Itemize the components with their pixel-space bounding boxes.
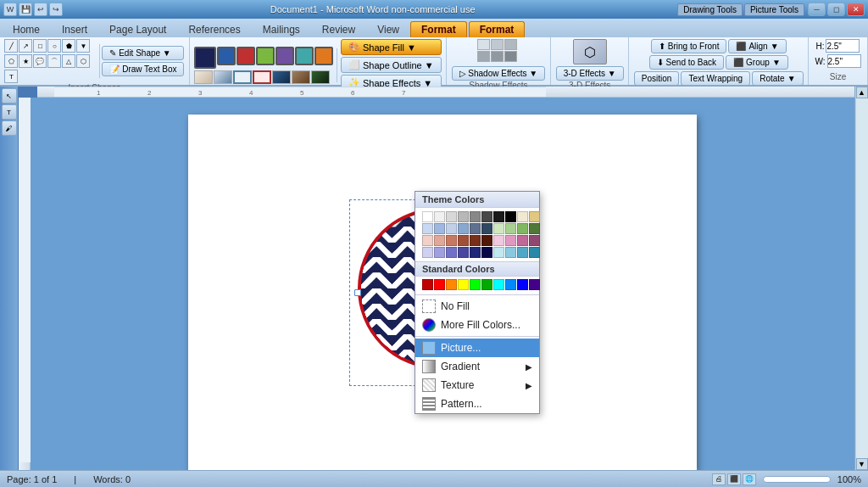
std-color-cell[interactable]	[517, 279, 528, 290]
tool-select[interactable]: ↖	[2, 88, 17, 104]
theme-color-cell[interactable]	[458, 223, 469, 234]
style4[interactable]	[253, 70, 271, 84]
send-to-back-btn[interactable]: ⬇ Send to Back	[649, 55, 724, 70]
theme-color-cell[interactable]	[517, 247, 528, 258]
swatch-lime[interactable]	[256, 47, 275, 65]
tab-references[interactable]: References	[177, 21, 251, 37]
theme-color-cell[interactable]	[434, 247, 445, 258]
3d-effects-btn[interactable]: 3-D Effects ▼	[556, 66, 624, 81]
tool-text[interactable]: T	[2, 104, 17, 120]
style6[interactable]	[292, 70, 310, 84]
text-tool[interactable]: T	[4, 70, 18, 83]
theme-color-cell[interactable]	[529, 223, 540, 234]
callout-tool[interactable]: 💬	[33, 54, 47, 68]
tab-review[interactable]: Review	[311, 21, 366, 37]
theme-color-cell[interactable]	[470, 247, 481, 258]
picture-tools-tab[interactable]: Picture Tools	[744, 3, 804, 16]
theme-color-cell[interactable]	[446, 247, 457, 258]
freeform-tool[interactable]: ⬟	[62, 39, 75, 53]
tab-format-drawing[interactable]: Format	[410, 21, 467, 37]
height-input[interactable]	[826, 39, 860, 53]
pattern-item[interactable]: Pattern...	[415, 395, 539, 413]
theme-color-cell[interactable]	[505, 235, 516, 246]
position-btn[interactable]: Position	[634, 71, 680, 86]
curve-tool[interactable]: ⌒	[47, 54, 61, 68]
ellipse-tool[interactable]: ○	[47, 39, 61, 53]
swatch-red[interactable]	[236, 47, 255, 65]
3d-preview[interactable]: ⬡	[573, 39, 607, 64]
theme-color-cell[interactable]	[458, 211, 469, 222]
scroll-down[interactable]: ▼	[856, 458, 868, 470]
theme-color-cell[interactable]	[493, 247, 504, 258]
style5[interactable]	[272, 70, 291, 84]
width-input[interactable]	[827, 54, 861, 68]
theme-color-cell[interactable]	[470, 235, 481, 246]
std-color-cell[interactable]	[422, 279, 433, 290]
shape-outline-button[interactable]: ⬜ Shape Outline ▼	[341, 57, 442, 73]
theme-color-cell[interactable]	[446, 235, 457, 246]
rotate-btn[interactable]: Rotate ▼	[752, 71, 803, 86]
gradient-item[interactable]: Gradient ▶	[415, 357, 539, 376]
quick-undo[interactable]: ↩	[34, 3, 47, 16]
shape-fill-button[interactable]: 🎨 Shape Fill ▼	[341, 39, 442, 55]
bring-to-front-btn[interactable]: ⬆ Bring to Front	[651, 39, 727, 53]
swatch-orange[interactable]	[314, 47, 333, 65]
shadow-effects-btn[interactable]: ▷ Shadow Effects ▼	[452, 66, 546, 81]
std-color-cell[interactable]	[505, 279, 516, 290]
theme-color-cell[interactable]	[422, 235, 433, 246]
shadow-2[interactable]	[504, 39, 517, 50]
theme-color-cell[interactable]	[481, 211, 492, 222]
theme-color-cell[interactable]	[493, 211, 504, 222]
tab-format-picture[interactable]: Format	[469, 21, 526, 37]
std-color-cell[interactable]	[481, 279, 492, 290]
swatch-blue[interactable]	[217, 47, 236, 65]
pentagon-tool[interactable]: ⬠	[4, 54, 18, 68]
swatch-teal[interactable]	[295, 47, 314, 65]
style2[interactable]	[214, 70, 232, 84]
shadow-none[interactable]	[477, 39, 490, 50]
theme-color-cell[interactable]	[446, 223, 457, 234]
tab-page-layout[interactable]: Page Layout	[98, 21, 177, 37]
std-color-cell[interactable]	[529, 279, 540, 290]
document-area[interactable]: Theme Colors Standard Colors No Fill	[31, 98, 854, 470]
picture-item[interactable]: Picture...	[415, 339, 539, 357]
style3[interactable]	[233, 70, 252, 84]
theme-color-cell[interactable]	[458, 247, 469, 258]
std-color-cell[interactable]	[446, 279, 457, 290]
theme-color-cell[interactable]	[446, 211, 457, 222]
triangle-tool[interactable]: △	[62, 54, 75, 68]
line-tool[interactable]: ╱	[4, 39, 18, 53]
custom-tool[interactable]: ⬡	[76, 54, 90, 68]
std-color-cell[interactable]	[458, 279, 469, 290]
theme-color-cell[interactable]	[505, 223, 516, 234]
theme-color-cell[interactable]	[481, 247, 492, 258]
theme-color-cell[interactable]	[505, 247, 516, 258]
view-full[interactable]: ⬛	[727, 473, 741, 485]
more-fill-colors-item[interactable]: More Fill Colors...	[415, 316, 539, 334]
quick-save[interactable]: 💾	[19, 3, 32, 16]
theme-color-cell[interactable]	[458, 235, 469, 246]
theme-color-cell[interactable]	[422, 211, 433, 222]
theme-color-cell[interactable]	[529, 235, 540, 246]
theme-color-cell[interactable]	[517, 235, 528, 246]
theme-color-cell[interactable]	[470, 223, 481, 234]
theme-color-cell[interactable]	[493, 223, 504, 234]
drawing-tools-tab[interactable]: Drawing Tools	[677, 3, 743, 16]
tool-paint[interactable]: 🖌	[2, 120, 17, 136]
text-wrapping-btn[interactable]: Text Wrapping	[681, 71, 750, 86]
theme-color-cell[interactable]	[517, 223, 528, 234]
theme-color-cell[interactable]	[481, 235, 492, 246]
zoom-slider[interactable]	[763, 476, 831, 483]
style1[interactable]	[194, 70, 213, 84]
no-fill-item[interactable]: No Fill	[415, 297, 539, 316]
theme-color-cell[interactable]	[493, 235, 504, 246]
theme-color-cell[interactable]	[505, 211, 516, 222]
align-btn[interactable]: ⬛ Align ▼	[728, 39, 786, 53]
theme-color-cell[interactable]	[470, 211, 481, 222]
theme-color-cell[interactable]	[434, 235, 445, 246]
std-color-cell[interactable]	[470, 279, 481, 290]
arrow-tool[interactable]: ↗	[19, 39, 32, 53]
swatch-black[interactable]	[194, 47, 216, 69]
minimize-button[interactable]: ─	[808, 3, 826, 16]
view-print[interactable]: 🖨	[712, 473, 726, 485]
